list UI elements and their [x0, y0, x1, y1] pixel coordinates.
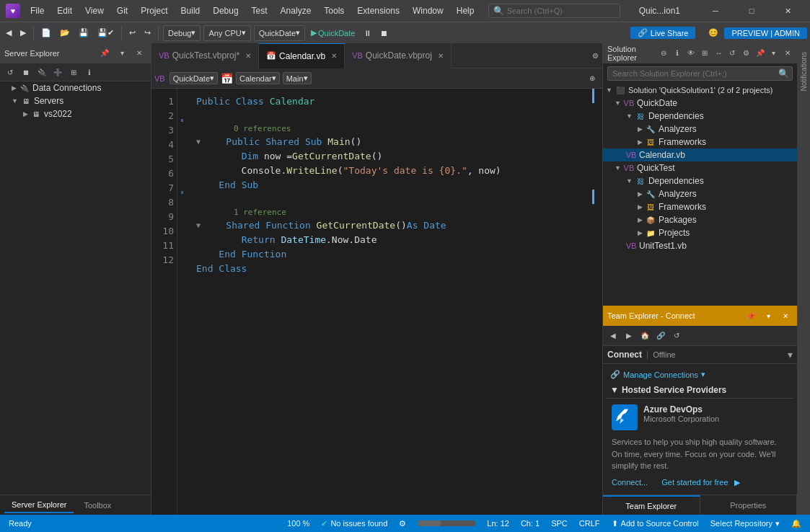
pause-button[interactable]: ⏸: [361, 27, 374, 39]
minimize-button[interactable]: ─: [699, 0, 732, 22]
code-editor[interactable]: 1 2 3 4 5 6 7 8 9 10 11 12: [151, 89, 602, 515]
se-search-input[interactable]: [608, 68, 775, 79]
tree-item-frameworks[interactable]: ▶ 🖼 Frameworks: [603, 136, 797, 148]
method-dropdown[interactable]: Main ▾: [283, 72, 312, 84]
undo-button[interactable]: ↩: [126, 27, 138, 39]
forward-button[interactable]: ▶: [17, 27, 29, 39]
se-add-button[interactable]: ➕: [50, 65, 65, 79]
se-props-btn[interactable]: ℹ: [672, 46, 683, 61]
maximize-button[interactable]: □: [735, 0, 768, 22]
te-home-button[interactable]: 🏠: [638, 329, 652, 343]
te-pin-button[interactable]: 📌: [744, 309, 758, 323]
notifications-label[interactable]: Notifications: [798, 46, 809, 97]
title-search-box[interactable]: 🔍: [488, 4, 620, 18]
startup-project-dropdown[interactable]: QuickDate ▾: [254, 25, 305, 41]
tree-item-qt-analyzers[interactable]: ▶ 🔧 Analyzers: [603, 187, 797, 200]
se-refresh-button[interactable]: ↺: [3, 65, 17, 79]
menu-window[interactable]: Window: [407, 3, 449, 19]
status-ready[interactable]: Ready: [6, 519, 35, 528]
bottom-tab-server-explorer[interactable]: Server Explorer: [4, 497, 74, 513]
se-stop-button[interactable]: ⏹: [19, 65, 33, 79]
class-dropdown[interactable]: Calendar ▾: [236, 72, 280, 84]
server-explorer-pin-button[interactable]: 📌: [97, 46, 112, 61]
status-ln[interactable]: Ln: 12: [484, 519, 512, 528]
namespace-dropdown[interactable]: QuickDate ▾: [170, 72, 218, 84]
menu-git[interactable]: Git: [111, 3, 133, 19]
se-pin-button[interactable]: 📌: [754, 46, 765, 61]
title-search-input[interactable]: [507, 6, 615, 15]
tree-item-analyzers[interactable]: ▶ 🔧 Analyzers: [603, 123, 797, 136]
fold-button-8[interactable]: ▼: [196, 218, 201, 233]
se-menu-btn[interactable]: ▾: [768, 46, 779, 61]
code-content[interactable]: Public Class Calendar 0 references ▼ Pub…: [188, 89, 592, 515]
fold-button-3[interactable]: ▼: [196, 135, 201, 149]
menu-help[interactable]: Help: [451, 3, 480, 19]
get-started-link[interactable]: Get started for free: [661, 478, 728, 487]
status-zoom[interactable]: 100 %: [284, 519, 312, 528]
status-settings[interactable]: ⚙: [396, 519, 409, 528]
se-collapse-button[interactable]: ⊖: [659, 46, 669, 61]
se-search-box[interactable]: 🔍: [607, 66, 793, 81]
te-menu-button[interactable]: ▾: [761, 309, 775, 323]
open-button[interactable]: 📂: [57, 27, 73, 39]
tab-quicktest-vbproj[interactable]: VB QuickTest.vbproj* ✕: [151, 43, 259, 68]
menu-project[interactable]: Project: [135, 3, 173, 19]
tree-item-servers[interactable]: ▼ 🖥 Servers: [0, 94, 151, 107]
new-file-button[interactable]: 📄: [38, 27, 54, 39]
te-back-button[interactable]: ◀: [606, 329, 620, 343]
tree-item-quicktest-dependencies[interactable]: ▼ ⛓ Dependencies: [603, 174, 797, 187]
debug-config-dropdown[interactable]: Debug ▾: [163, 25, 201, 41]
menu-build[interactable]: Build: [175, 3, 206, 19]
se-close-button[interactable]: ✕: [782, 46, 793, 61]
se-filter-btn2[interactable]: ⊞: [700, 46, 710, 61]
te-forward-button[interactable]: ▶: [622, 329, 636, 343]
menu-view[interactable]: View: [79, 3, 110, 19]
add-to-source-control-button[interactable]: ⬆ Add to Source Control: [609, 519, 702, 528]
status-crlf[interactable]: CRLF: [576, 519, 603, 528]
menu-extensions[interactable]: Extensions: [351, 3, 405, 19]
stop-button[interactable]: ⏹: [377, 27, 391, 39]
tree-item-unittest1-vb[interactable]: VB UnitTest1.vb: [603, 239, 797, 252]
tree-item-data-connections[interactable]: ▶ 🔌 Data Connections: [0, 81, 151, 94]
tree-item-quicktest[interactable]: ▼ VB QuickTest: [603, 161, 797, 174]
tree-item-qt-frameworks[interactable]: ▶ 🖼 Frameworks: [603, 200, 797, 213]
tree-item-projects[interactable]: ▶ 📁 Projects: [603, 226, 797, 239]
se-refresh-btn[interactable]: ↺: [727, 46, 738, 61]
te-close-button[interactable]: ✕: [778, 309, 793, 323]
expand-code-button[interactable]: ⊕: [585, 71, 599, 86]
redo-button[interactable]: ↪: [141, 27, 154, 39]
platform-dropdown[interactable]: Any CPU ▾: [203, 25, 250, 41]
save-all-button[interactable]: 💾✔: [94, 27, 117, 39]
se-filter-button[interactable]: ⊞: [66, 65, 81, 79]
se-connect-button[interactable]: 🔌: [35, 65, 49, 79]
close-button[interactable]: ✕: [771, 0, 804, 22]
tree-item-quickdate[interactable]: ▼ VB QuickDate: [603, 97, 797, 110]
tab-quickdate-vbproj[interactable]: VB QuickDate.vbproj ✕: [345, 43, 452, 68]
server-explorer-menu-button[interactable]: ▾: [115, 46, 129, 61]
save-button[interactable]: 💾: [76, 27, 92, 39]
te-tab-team-explorer[interactable]: Team Explorer: [603, 495, 700, 515]
tree-item-quickdate-dependencies[interactable]: ▼ ⛓ Dependencies: [603, 110, 797, 123]
status-ch[interactable]: Ch: 1: [518, 519, 542, 528]
menu-debug[interactable]: Debug: [207, 3, 244, 19]
te-manage-connections[interactable]: 🔗 Manage Connections ▾: [606, 367, 794, 382]
menu-test[interactable]: Test: [246, 3, 273, 19]
tree-item-solution[interactable]: ▼ ⬛ Solution 'QuickSolution1' (2 of 2 pr…: [603, 84, 797, 97]
status-spc[interactable]: SPC: [548, 519, 571, 528]
editor-tab-menu-button[interactable]: ⚙: [588, 48, 602, 63]
menu-edit[interactable]: Edit: [51, 3, 78, 19]
connect-link[interactable]: Connect...: [612, 478, 648, 487]
menu-tools[interactable]: Tools: [318, 3, 350, 19]
tree-item-packages[interactable]: ▶ 📦 Packages: [603, 213, 797, 226]
se-show-all-button[interactable]: 👁: [686, 46, 697, 61]
te-tab-properties[interactable]: Properties: [700, 495, 798, 515]
status-no-issues[interactable]: ✔ No issues found: [318, 519, 390, 528]
tab-calendar-vb[interactable]: 📅 Calendar.vb ✕: [259, 43, 345, 68]
menu-file[interactable]: File: [25, 3, 50, 19]
back-button[interactable]: ◀: [3, 27, 14, 39]
select-repository-button[interactable]: Select Repository ▾: [708, 519, 783, 528]
live-share-button[interactable]: 🔗 🔗 Live Share Live Share: [630, 27, 696, 39]
notification-bell-button[interactable]: 🔔: [788, 519, 804, 528]
server-explorer-close-button[interactable]: ✕: [132, 46, 146, 61]
te-refresh-btn[interactable]: ↺: [669, 329, 684, 343]
